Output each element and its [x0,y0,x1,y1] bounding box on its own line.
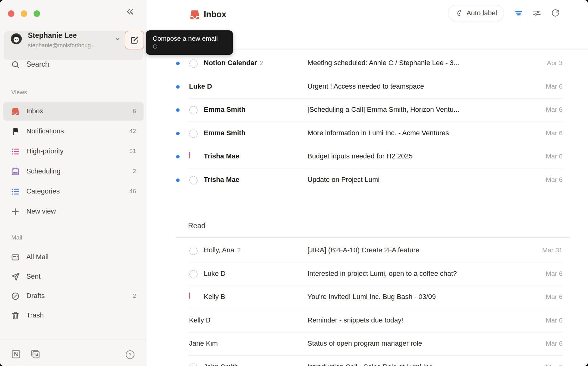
sidebar-item-label: All Mail [26,253,49,261]
sidebar-item-high-priority[interactable]: High-priority51 [3,142,144,161]
email-subject: Budget inputs needed for H2 2025 [307,152,535,160]
search-label: Search [26,60,49,69]
sender-avatar-placeholder[interactable] [189,176,198,185]
email-row[interactable]: Luke DInterested in project Lumi, open t… [147,262,588,286]
sidebar-item-categories[interactable]: Categories46 [3,183,144,201]
sidebar-item-new-view[interactable]: New view [3,203,144,221]
svg-text:14: 14 [34,353,38,357]
sender-avatar-placeholder[interactable] [189,129,198,138]
email-row[interactable]: Kelly BReminder - snippets due today!Mar… [147,309,588,332]
page-title: Inbox [204,10,226,19]
sender-avatar-placeholder[interactable] [189,246,198,255]
sidebar-item-inbox[interactable]: Inbox6 [3,102,144,121]
thread-count: 2 [237,246,241,254]
sidebar-item-trash[interactable]: Trash [3,307,144,325]
inbox-icon [189,9,201,21]
email-sender: Holly, Ana2 [204,246,306,254]
email-row[interactable]: Kelly BYou're Invited! Lumi Inc. Bug Bas… [147,286,588,309]
sidebar-item-label: Scheduling [26,167,60,175]
email-row[interactable]: Notion Calendar2Meeting scheduled: Annie… [147,52,588,75]
email-date: Mar 6 [546,317,563,324]
unread-dot [176,155,180,158]
sidebar-item-label: Drafts [26,292,45,300]
notion-calendar-app-icon[interactable]: 14 [30,349,41,359]
display-settings-button[interactable] [531,7,543,19]
user-name: Stephanie Lee [28,31,77,40]
email-subject: Urgent ! Access needed to teamspace [307,82,535,90]
compose-icon [129,35,139,45]
unread-dot [176,85,180,89]
close-window-button[interactable] [8,10,14,17]
email-row[interactable]: Trisha MaeBudget inputs needed for H2 20… [147,145,588,168]
email-row[interactable]: John SmithIntroduction Call - Sales Role… [147,356,588,366]
sidebar-item-scheduling[interactable]: Scheduling2 [3,162,144,181]
collapse-sidebar-button[interactable] [124,6,137,18]
email-row[interactable]: Trisha MaeUpdate on Project LumiMar 6 [147,168,588,192]
email-subject: More information in Lumi Inc. - Acme Ven… [307,129,535,137]
email-date: Mar 31 [542,246,563,254]
email-subject: Introduction Call - Sales Role at Lumi I… [307,363,535,366]
tooltip-text: Compose a new email [153,34,226,43]
email-date: Mar 6 [546,363,563,366]
scheduling-icon [11,167,20,176]
sidebar-item-notifications[interactable]: Notifications42 [3,122,144,141]
refresh-button[interactable] [549,7,561,19]
unread-count-badge: 2 [133,292,136,299]
email-date: Mar 6 [546,83,563,90]
email-sender: Luke D [189,82,291,90]
email-subject: [JIRA] (B2FA-10) Create 2FA feature [307,246,535,254]
help-button[interactable]: ? [125,350,135,360]
email-sender: Kelly B [204,293,306,301]
search-button[interactable]: Search [3,56,144,74]
sender-avatar-ring[interactable] [189,293,198,302]
sidebar-item-label: Trash [26,311,44,319]
email-subject: [Scheduling a Call] Emma Smith, Horizon … [307,106,535,114]
unread-dot [176,108,180,112]
email-row[interactable]: Emma SmithMore information in Lumi Inc. … [147,122,588,145]
sidebar-item-all-mail[interactable]: All Mail [3,248,144,266]
filter-button[interactable] [513,7,525,19]
window-controls [8,10,40,17]
auto-label-button[interactable]: Auto label [448,5,504,21]
sidebar: Stephanie Lee stephanie@toolsforthoug...… [0,0,147,366]
email-sender: Jane Kim [189,339,291,348]
email-sender: Luke D [204,270,306,278]
sent-icon [11,272,20,281]
minimize-window-button[interactable] [21,10,27,17]
categories-icon [11,187,20,196]
sender-avatar-placeholder[interactable] [189,363,198,366]
mail-section-label: Mail [11,234,22,241]
unread-count-badge: 6 [133,108,136,115]
fullscreen-window-button[interactable] [34,10,40,17]
sidebar-footer-divider [0,339,147,339]
sender-avatar-ring[interactable] [189,152,198,161]
svg-text:N: N [13,351,18,358]
notifications-icon [11,127,20,136]
compose-button[interactable] [125,31,144,49]
notion-app-icon[interactable]: N [11,349,21,359]
email-sender: Emma Smith [204,129,306,137]
email-row[interactable]: Luke DUrgent ! Access needed to teamspac… [147,75,588,99]
email-subject: Meeting scheduled: Annie C / Stephanie L… [307,59,535,67]
sender-avatar-placeholder[interactable] [189,270,198,279]
email-row[interactable]: Emma Smith[Scheduling a Call] Emma Smith… [147,98,588,122]
email-sender: Trisha Mae [204,176,306,184]
email-date: Mar 6 [546,106,563,113]
inbox-icon [11,107,20,116]
sender-avatar-placeholder[interactable] [189,106,198,115]
thread-count: 2 [260,59,264,66]
unread-dot [176,62,180,65]
sidebar-item-sent[interactable]: Sent [3,268,144,286]
views-section-label: Views [11,89,27,96]
sender-avatar-placeholder[interactable] [189,59,198,68]
toolbar: Auto label [448,5,561,21]
sidebar-item-drafts[interactable]: Drafts2 [3,287,144,305]
chevron-down-icon [113,35,122,43]
email-subject: Status of open program manager role [307,339,535,348]
email-row[interactable]: Jane KimStatus of open program manager r… [147,332,588,356]
unread-count-badge: 2 [133,168,136,175]
email-row[interactable]: Holly, Ana2[JIRA] (B2FA-10) Create 2FA f… [147,239,588,262]
email-sender: Trisha Mae [204,152,306,160]
tooltip-shortcut: C [153,43,226,50]
email-subject: You're Invited! Lumi Inc. Bug Bash - 03/… [307,293,535,301]
